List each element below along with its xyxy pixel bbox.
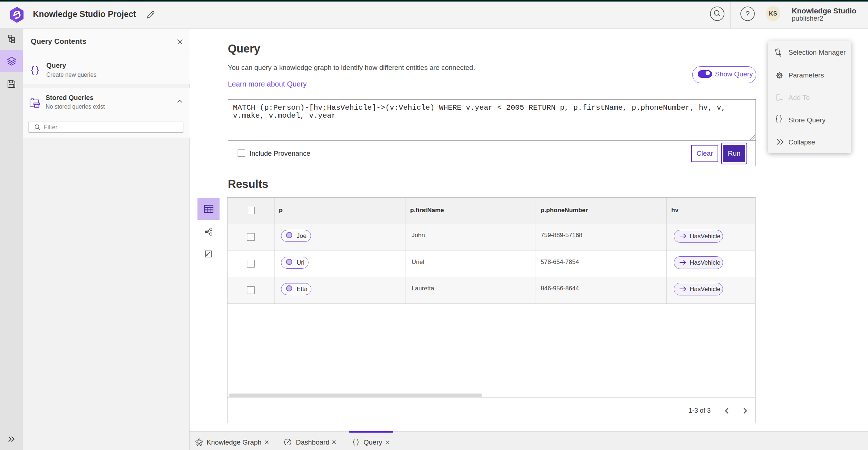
svg-text:?: ? <box>745 9 750 18</box>
